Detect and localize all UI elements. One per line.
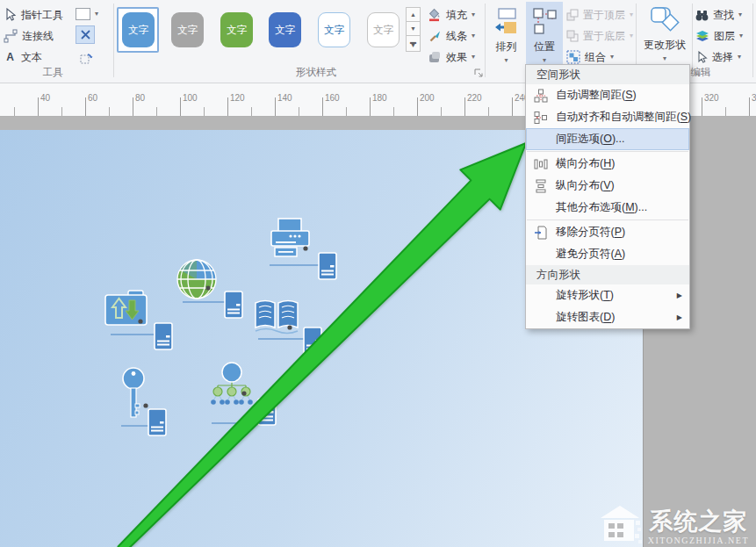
bring-to-front-button[interactable]: 置于顶层 ▾	[566, 5, 633, 25]
distribute-horizontal-icon	[531, 157, 551, 171]
group-separator	[113, 4, 114, 77]
change-shape-icon	[650, 7, 680, 33]
more-arrow-icon: ▼	[410, 44, 416, 47]
watermark-site-url: XITONGZHIJIA.NET	[648, 536, 749, 545]
menu-item-more-distribute-options[interactable]: 其他分布选项(M)...	[526, 197, 689, 219]
pointer-tool-button[interactable]: 指针工具	[4, 5, 74, 25]
ruler-tick	[156, 107, 157, 116]
connector-tool-button[interactable]: 连接线	[4, 26, 60, 46]
menu-item-avoid-page-breaks[interactable]: 避免分页符(A)	[526, 243, 689, 265]
ruler-tick	[299, 107, 299, 116]
find-label: 查找	[713, 8, 734, 23]
server-icon	[304, 327, 321, 354]
gallery-scroll: ▲ ▼ ▬▼	[406, 8, 421, 52]
remove-page-break-icon	[531, 226, 551, 240]
ruler-tick	[417, 97, 418, 116]
ruler-tick-label: 340	[752, 93, 756, 103]
menu-item-distribute-vertical[interactable]: 纵向分布(V)	[526, 175, 689, 197]
effects-label: 效果	[446, 50, 467, 65]
submenu-arrow-icon: ▶	[677, 313, 682, 321]
connection-point	[303, 246, 307, 250]
shape-globe-cluster[interactable]	[174, 256, 255, 321]
chevron-down-icon: ▾	[543, 57, 546, 64]
menu-item-remove-page-breaks[interactable]: 移除分页符(P)	[526, 221, 689, 243]
ruler-tick	[204, 107, 205, 116]
fill-label: 填充	[446, 8, 467, 23]
ruler-tick	[725, 107, 726, 116]
shape-key-cluster[interactable]	[119, 367, 190, 444]
ruler-tick	[180, 97, 181, 116]
style-gallery-item-6[interactable]: 文字	[367, 12, 400, 47]
x-mode-button[interactable]	[76, 25, 95, 44]
server-icon	[258, 399, 276, 425]
ruler-tick	[109, 107, 110, 116]
dialog-launcher-icon[interactable]	[473, 68, 484, 78]
position-icon	[531, 7, 558, 35]
style-gallery-item-4[interactable]: 文字	[269, 12, 301, 47]
style-gallery-item-5[interactable]: 文字	[318, 12, 350, 47]
server-icon	[155, 323, 172, 349]
chevron-down-icon: ▾	[630, 32, 633, 40]
style-gallery-item-2[interactable]: 文字	[171, 12, 204, 47]
find-button[interactable]: 查找 ▾	[695, 5, 752, 25]
layers-label: 图层	[714, 29, 735, 44]
ruler-tick-label: 60	[88, 93, 97, 103]
arrange-button[interactable]: 排列 ▾	[488, 2, 524, 81]
gallery-scroll-up-button[interactable]: ▲	[406, 7, 421, 22]
gallery-more-button[interactable]: ▬▼	[406, 35, 421, 52]
menu-item-auto-space[interactable]: 自动调整间距(S)	[526, 84, 689, 106]
fill-button[interactable]: 填充 ▾	[428, 5, 482, 25]
style-gallery-item-1[interactable]: 文字	[122, 12, 155, 47]
server-icon	[225, 291, 242, 318]
connection-point	[138, 319, 142, 323]
tools-group-label: 工具	[0, 66, 105, 79]
ruler-tick	[393, 107, 394, 116]
text-tool-button[interactable]: A 文本	[4, 47, 51, 67]
bring-to-front-icon	[566, 9, 579, 21]
menu-separator	[527, 220, 688, 220]
ruler-tick	[61, 107, 62, 116]
shape-printer-cluster[interactable]	[266, 218, 347, 283]
chevron-down-icon: ▾	[738, 11, 742, 18]
fill-swatch-icon	[76, 8, 90, 20]
ruler-tick-label: 40	[40, 93, 50, 103]
rotate-tool-button[interactable]	[76, 47, 96, 67]
ruler-tick-label: 200	[420, 93, 435, 103]
menu-item-distribute-horizontal[interactable]: 横向分布(H)	[526, 153, 689, 175]
swatch-button[interactable]: ▾	[76, 4, 104, 24]
layers-button[interactable]: 图层 ▾	[695, 26, 752, 46]
ruler-tick-label: 140	[277, 93, 292, 103]
chevron-down-icon: ▾	[504, 57, 508, 64]
line-button[interactable]: 线条 ▾	[428, 26, 482, 46]
shape-hierarchy-cluster[interactable]	[207, 362, 295, 430]
ruler-tick	[702, 97, 702, 116]
select-button[interactable]: 选择 ▾	[695, 47, 752, 67]
shape-book-cluster[interactable]	[251, 297, 332, 358]
ruler-tick	[346, 107, 347, 116]
shape-folder-cluster[interactable]	[104, 290, 184, 351]
send-to-back-button[interactable]: 置于底层 ▾	[566, 26, 633, 46]
bring-to-front-label: 置于顶层	[583, 8, 625, 23]
gallery-scroll-down-button[interactable]: ▼	[406, 21, 421, 36]
menu-item-rotate-diagram[interactable]: 旋转图表(D) ▶	[526, 306, 689, 328]
send-to-back-icon	[566, 30, 579, 42]
shape-styles-group-label: 形状样式	[211, 66, 421, 79]
ruler-tick	[749, 97, 750, 116]
menu-item-auto-align-space[interactable]: 自动对齐和自动调整间距(S)	[526, 106, 689, 128]
x-icon	[81, 30, 90, 40]
ruler-tick	[227, 97, 228, 116]
ruler-tick	[133, 97, 133, 116]
menu-item-spacing-options[interactable]: 间距选项(O)...	[526, 128, 689, 150]
chevron-down-icon: ▾	[663, 55, 666, 62]
change-shape-label: 更改形状	[644, 38, 686, 53]
style-gallery-item-3[interactable]: 文字	[220, 12, 253, 47]
auto-align-space-icon	[531, 111, 551, 125]
ruler-tick	[441, 107, 442, 116]
group-label: 组合	[585, 50, 606, 65]
ruler-tick	[370, 97, 371, 116]
connector-tool-label: 连接线	[22, 29, 54, 44]
ruler-tick-label: 220	[467, 93, 482, 103]
menu-item-rotate-shapes[interactable]: 旋转形状(T) ▶	[526, 284, 689, 306]
effects-button[interactable]: 效果 ▾	[428, 47, 482, 67]
connection-point	[241, 391, 246, 395]
